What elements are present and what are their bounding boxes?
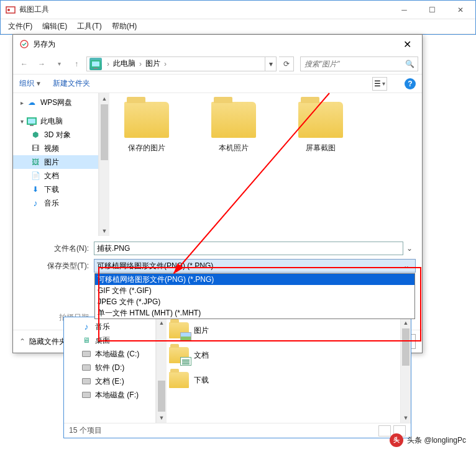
- explorer-pane: 图片 文档 下载: [167, 317, 400, 423]
- main-window: 截图工具 ─ ☐ ✕ 文件(F) 编辑(E) 工具(T) 帮助(H): [0, 0, 476, 35]
- folder-icon: [169, 347, 189, 363]
- new-folder-button[interactable]: 新建文件夹: [53, 78, 90, 89]
- breadcrumb-folder[interactable]: 图片: [144, 58, 162, 69]
- dialog-close-button[interactable]: ✕: [395, 36, 419, 52]
- nav-history-button[interactable]: ▾: [52, 56, 66, 71]
- chevron-right-icon: ›: [104, 60, 112, 68]
- statusbar: 15 个项目: [64, 423, 411, 438]
- refresh-button[interactable]: ⟳: [279, 56, 294, 71]
- explorer-sidebar-scrollbar[interactable]: ▲▼: [156, 317, 167, 423]
- organize-button[interactable]: 组织▼: [19, 78, 42, 89]
- chevron-up-icon[interactable]: ⌃: [19, 337, 25, 346]
- download-icon: ⬇: [30, 184, 40, 194]
- drive-icon: [81, 349, 91, 359]
- search-input[interactable]: [301, 60, 402, 68]
- drive-icon: [81, 363, 91, 373]
- drive-icon: [81, 390, 91, 400]
- sidebar-item-music[interactable]: ♪音乐: [64, 320, 155, 333]
- filetype-dropdown: 可移植网络图形文件(PNG) (*.PNG) GIF 文件 (*.GIF) JP…: [94, 273, 415, 319]
- filename-dropdown[interactable]: ⌄: [403, 244, 416, 253]
- pc-icon: [89, 58, 102, 70]
- sidebar-item-wps[interactable]: ▸☁WPS网盘: [13, 96, 98, 109]
- view-details-button[interactable]: [378, 425, 391, 436]
- breadcrumb[interactable]: › 此电脑 › 图片 › ▾: [86, 56, 277, 71]
- sidebar-item-videos[interactable]: 🎞视频: [13, 142, 98, 155]
- option-mht[interactable]: 单一文件 HTML (MHT) (*.MHT): [95, 307, 414, 319]
- watermark: 头 头条 @longlingPc: [390, 433, 466, 447]
- toolbar: 组织▼ 新建文件夹 ☰▾ ?: [13, 75, 422, 93]
- view-options-button[interactable]: ☰▾: [372, 77, 387, 91]
- filetype-select[interactable]: 可移植网络图形文件(PNG) (*.PNG) ⌄ 可移植网络图形文件(PNG) …: [94, 259, 416, 273]
- sidebar-item-downloads[interactable]: ⬇下载: [13, 183, 98, 196]
- minimize-button[interactable]: ─: [390, 1, 418, 19]
- folder-icon: [169, 322, 189, 338]
- filename-input[interactable]: [94, 242, 403, 255]
- scroll-down-button[interactable]: ▼: [99, 225, 109, 236]
- nav-forward-button[interactable]: →: [34, 56, 49, 71]
- sidebar-item-music[interactable]: ♪音乐: [13, 196, 98, 210]
- list-item[interactable]: 图片: [194, 325, 398, 336]
- save-as-dialog: 另存为 ✕ ← → ▾ ↑ › 此电脑 › 图片 › ▾ ⟳ 🔍 组织▼ 新建文…: [12, 34, 423, 353]
- sidebar-item-desktop[interactable]: 🖥桌面: [64, 333, 155, 347]
- folder-icon: [169, 372, 189, 388]
- option-jpeg[interactable]: JPEG 文件 (*.JPG): [95, 296, 414, 307]
- document-icon: 📄: [30, 171, 40, 181]
- search-icon[interactable]: 🔍: [402, 60, 418, 68]
- music-icon: ♪: [30, 198, 40, 208]
- chevron-right-icon: ›: [137, 60, 144, 68]
- explorer-pane-scrollbar[interactable]: ▲▼: [400, 317, 411, 423]
- menubar: 文件(F) 编辑(E) 工具(T) 帮助(H): [1, 19, 475, 34]
- folder-item[interactable]: 屏幕截图: [290, 102, 352, 153]
- sidebar-item-documents[interactable]: 📄文档: [13, 169, 98, 183]
- filename-label: 文件名(N):: [19, 243, 94, 254]
- close-button[interactable]: ✕: [446, 1, 474, 19]
- chevron-right-icon: ›: [162, 60, 169, 68]
- breadcrumb-root[interactable]: 此电脑: [112, 58, 137, 69]
- list-item[interactable]: 文档: [194, 350, 398, 361]
- breadcrumb-dropdown[interactable]: ▾: [265, 57, 276, 71]
- menu-edit[interactable]: 编辑(E): [37, 20, 72, 33]
- sidebar-item-drive-f[interactable]: 本地磁盘 (F:): [64, 388, 155, 402]
- status-text: 15 个项目: [69, 425, 102, 436]
- sidebar-item-drive-c[interactable]: 本地磁盘 (C:): [64, 347, 155, 361]
- filetype-label: 保存类型(T):: [19, 261, 94, 271]
- nav-back-button[interactable]: ←: [17, 56, 32, 71]
- option-png[interactable]: 可移植网络图形文件(PNG) (*.PNG): [95, 274, 414, 285]
- cube-icon: ⬢: [30, 130, 40, 140]
- scroll-up-button[interactable]: ▲: [99, 93, 109, 104]
- folder-item[interactable]: 保存的图片: [116, 102, 178, 153]
- scroll-thumb[interactable]: [101, 104, 108, 160]
- desktop-icon: 🖥: [81, 335, 91, 345]
- explorer-window: ♪音乐 🖥桌面 本地磁盘 (C:) 软件 (D:) 文档 (E:) 本地磁盘 (…: [63, 317, 411, 438]
- video-icon: 🎞: [30, 143, 40, 153]
- hide-folders-link[interactable]: 隐藏文件夹: [29, 337, 66, 347]
- sidebar-item-drive-d[interactable]: 软件 (D:): [64, 361, 155, 374]
- option-gif[interactable]: GIF 文件 (*.GIF): [95, 285, 414, 296]
- sidebar-item-thispc[interactable]: ▾此电脑: [13, 114, 98, 128]
- save-icon: [19, 39, 29, 49]
- list-item[interactable]: 下载: [194, 375, 398, 386]
- menu-tools[interactable]: 工具(T): [72, 20, 106, 33]
- sidebar-item-pictures[interactable]: 🖼图片: [13, 155, 98, 169]
- folder-item[interactable]: 本机照片: [203, 102, 265, 153]
- sidebar-scrollbar[interactable]: ▲ ▼: [99, 93, 109, 236]
- sidebar-item-3d[interactable]: ⬢3D 对象: [13, 128, 98, 142]
- window-title: 截图工具: [19, 4, 390, 15]
- menu-help[interactable]: 帮助(H): [107, 20, 142, 33]
- chevron-down-icon: ⌄: [400, 261, 413, 270]
- maximize-button[interactable]: ☐: [418, 1, 446, 19]
- explorer-sidebar: ♪音乐 🖥桌面 本地磁盘 (C:) 软件 (D:) 文档 (E:) 本地磁盘 (…: [64, 317, 156, 423]
- help-button[interactable]: ?: [405, 78, 416, 89]
- nav-up-button[interactable]: ↑: [69, 56, 84, 71]
- titlebar: 截图工具 ─ ☐ ✕: [1, 1, 475, 19]
- music-icon: ♪: [81, 322, 91, 332]
- svg-point-1: [7, 9, 10, 11]
- cloud-icon: ☁: [27, 97, 37, 107]
- folder-icon: [124, 102, 169, 138]
- sidebar: ▸☁WPS网盘 ▾此电脑 ⬢3D 对象 🎞视频 🖼图片 📄文档 ⬇下载 ♪音乐: [13, 93, 99, 236]
- navbar: ← → ▾ ↑ › 此电脑 › 图片 › ▾ ⟳ 🔍: [13, 53, 422, 75]
- search-box[interactable]: 🔍: [300, 56, 418, 71]
- filetype-value: 可移植网络图形文件(PNG) (*.PNG): [97, 261, 213, 271]
- menu-file[interactable]: 文件(F): [3, 20, 37, 33]
- sidebar-item-drive-e[interactable]: 文档 (E:): [64, 374, 155, 388]
